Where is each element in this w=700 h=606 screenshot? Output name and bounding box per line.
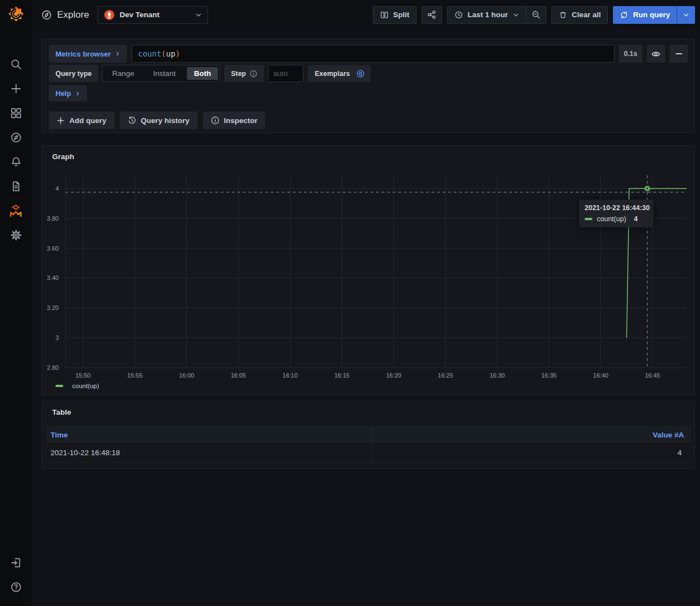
sidebar-item-sign-in[interactable] — [0, 551, 32, 575]
eye-icon — [651, 49, 661, 59]
datasource-picker[interactable]: Dev Tenant — [98, 6, 208, 24]
chevron-down-icon — [195, 12, 202, 18]
datasource-icon — [104, 9, 115, 21]
svg-text:16:20: 16:20 — [386, 372, 402, 379]
sidebar-item-explore[interactable] — [0, 125, 32, 150]
svg-text:3: 3 — [55, 334, 59, 341]
time-range-label: Last 1 hour — [468, 11, 508, 19]
query-type-both[interactable]: Both — [187, 67, 219, 80]
topbar: Explore Dev Tenant Split — [32, 0, 700, 29]
inspector-button[interactable]: Inspector — [203, 111, 266, 129]
gear-icon — [10, 229, 22, 241]
svg-text:16:30: 16:30 — [490, 372, 505, 379]
sidebar-item-create[interactable] — [0, 77, 32, 101]
query-exec-time: 0.1s — [619, 45, 642, 63]
zoom-out-icon — [531, 10, 541, 19]
step-input[interactable] — [268, 65, 303, 82]
table-header-value[interactable]: Value #A — [372, 426, 691, 444]
add-query-button[interactable]: Add query — [49, 111, 114, 129]
legend-swatch — [55, 385, 63, 387]
explore-title: Explore — [41, 9, 89, 21]
time-range-button[interactable]: Last 1 hour — [447, 6, 526, 24]
query-type-range[interactable]: Range — [103, 65, 144, 82]
sidebar-item-metrics[interactable] — [0, 198, 32, 223]
split-label: Split — [393, 11, 409, 19]
graph-canvas[interactable]: 15:5015:5516:0016:0516:1016:1516:2016:25… — [42, 146, 694, 395]
split-columns-icon — [380, 11, 389, 19]
help-label: Help — [55, 89, 71, 98]
svg-text:16:05: 16:05 — [231, 372, 246, 379]
clear-all-button[interactable]: Clear all — [551, 6, 608, 24]
bell-icon — [10, 156, 22, 168]
zoom-out-button[interactable] — [526, 6, 546, 24]
query-type-radio-group: Range Instant Both — [102, 65, 220, 82]
query-token-function: count — [138, 49, 161, 58]
step-label-chip: Step — [224, 65, 264, 82]
help-row: Help — [49, 85, 688, 101]
run-query-button[interactable]: Run query — [613, 6, 677, 24]
metrics-browser-label: Metrics browser — [55, 50, 111, 58]
run-query-dropdown-button[interactable] — [677, 6, 695, 24]
exemplars-chip: Exemplars — [308, 65, 370, 82]
table-row: 2021-10-22 16:48:18 4 — [46, 444, 691, 462]
sidebar-item-help[interactable] — [0, 575, 32, 599]
toggle-visibility-button[interactable] — [647, 45, 665, 63]
page-title: Explore — [57, 9, 89, 21]
svg-text:16:40: 16:40 — [593, 372, 608, 379]
sidebar-item-alerting[interactable] — [0, 150, 32, 174]
metrics-m-icon — [9, 204, 23, 218]
sync-icon — [620, 11, 628, 19]
sidebar-item-docs[interactable] — [0, 174, 32, 198]
sidebar-item-settings[interactable] — [0, 223, 32, 247]
svg-text:3.60: 3.60 — [47, 245, 59, 252]
query-history-button[interactable]: Query history — [120, 111, 197, 129]
table-cell-time: 2021-10-22 16:48:18 — [46, 444, 372, 462]
inspector-label: Inspector — [224, 116, 258, 125]
svg-text:16:00: 16:00 — [179, 372, 195, 379]
topbar-left: Explore Dev Tenant — [41, 6, 208, 24]
sidebar-bottom — [0, 551, 32, 599]
query-row: Metrics browser count(up) 0.1s — [49, 45, 688, 63]
tooltip-series-name: count(up) — [597, 215, 626, 223]
split-button[interactable]: Split — [373, 6, 417, 24]
svg-text:16:35: 16:35 — [541, 372, 557, 379]
sidebar-item-search[interactable] — [0, 52, 32, 77]
help-button[interactable]: Help — [49, 85, 87, 101]
svg-text:2.80: 2.80 — [47, 364, 59, 371]
add-query-label: Add query — [69, 116, 106, 125]
grafana-logo[interactable] — [7, 5, 25, 23]
svg-text:3.20: 3.20 — [47, 304, 59, 311]
table-header-time[interactable]: Time — [46, 426, 372, 444]
results-table: Time Value #A 2021-10-22 16:48:18 4 — [46, 426, 691, 462]
minus-icon — [674, 49, 683, 58]
search-icon — [10, 58, 22, 70]
query-type-label-chip: Query type — [49, 65, 98, 82]
table-cell-value: 4 — [372, 444, 691, 462]
query-history-label: Query history — [141, 116, 190, 125]
help-icon — [10, 581, 22, 593]
graph-tooltip: 2021-10-22 16:44:30 count(up) 4 — [579, 200, 653, 227]
query-options-row: Query type Range Instant Both Step Exemp… — [49, 65, 688, 82]
exemplars-toggle-icon[interactable] — [356, 69, 365, 78]
metrics-browser-button[interactable]: Metrics browser — [49, 45, 127, 63]
clock-icon — [454, 11, 463, 19]
plus-icon — [10, 83, 22, 95]
share-button[interactable] — [422, 6, 442, 24]
query-editor-panel: Metrics browser count(up) 0.1s Query typ — [42, 39, 695, 133]
remove-query-button[interactable] — [669, 45, 688, 63]
document-icon — [10, 180, 22, 192]
sidebar-item-dashboards[interactable] — [0, 101, 32, 125]
graph-panel: Graph 15:5015:5516:0016:0516:1016:1516:2… — [42, 145, 695, 395]
promql-query-input[interactable]: count(up) — [131, 45, 615, 63]
svg-text:4: 4 — [55, 185, 59, 192]
sidebar — [0, 0, 32, 606]
grafana-logo-icon — [8, 6, 24, 22]
svg-text:15:55: 15:55 — [127, 372, 143, 379]
table-panel: Table Time Value #A 2021-10-22 16:48:18 … — [42, 401, 695, 469]
graph-legend[interactable]: count(up) — [55, 383, 99, 389]
query-type-instant[interactable]: Instant — [144, 65, 185, 82]
svg-text:15:50: 15:50 — [75, 372, 91, 379]
table-header-row: Time Value #A — [46, 426, 691, 444]
trash-icon — [559, 11, 567, 19]
legend-series-name: count(up) — [72, 383, 99, 389]
